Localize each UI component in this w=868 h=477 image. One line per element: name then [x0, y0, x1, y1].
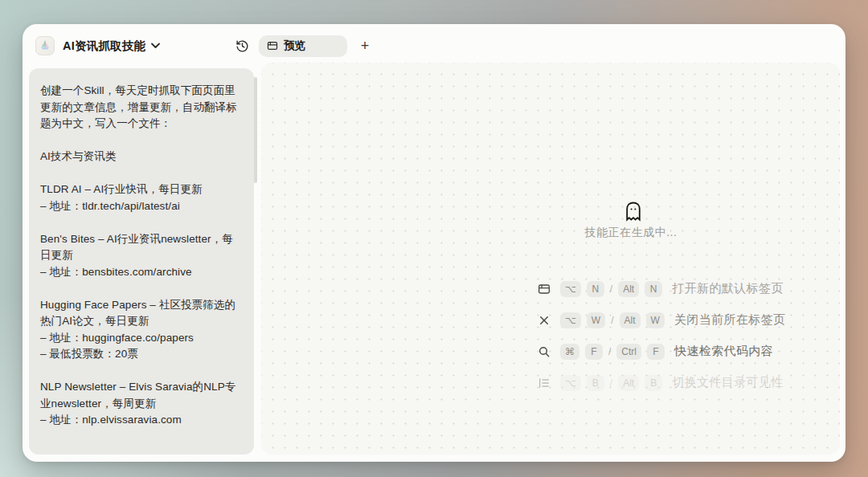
shortcut-label: 关闭当前所在标签页: [674, 312, 786, 328]
keycap: W: [646, 312, 665, 328]
history-button[interactable]: [232, 36, 252, 55]
panel-scrollbar-thumb[interactable]: [254, 77, 257, 183]
shortcut-row-close-tab: ⌥ W / Alt W 关闭当前所在标签页: [537, 304, 785, 336]
close-icon: [537, 315, 551, 326]
keycap: ⌥: [560, 312, 581, 328]
shortcut-label: 快速检索代码内容: [674, 344, 773, 359]
shortcut-row-search-code: ⌘ F / Ctrl F 快速检索代码内容: [537, 336, 785, 367]
keycap: F: [647, 344, 665, 360]
app-window-icon: [267, 40, 278, 51]
chevron-down-icon[interactable]: [151, 43, 160, 49]
keycap: Alt: [618, 281, 639, 297]
window-header: AI资讯抓取技能: [23, 24, 845, 67]
keycap: ⌘: [560, 344, 579, 360]
keycap: ⌥: [560, 281, 581, 297]
prompt-paragraph: Hugging Face Papers – 社区投票筛选的热门AI论文，每日更新…: [40, 297, 243, 363]
shortcut-row-new-tab: ⌥ N / Alt N 打开新的默认标签页: [537, 273, 785, 304]
app-window-icon: [537, 283, 551, 296]
key-separator: /: [610, 283, 612, 295]
keycap: Alt: [620, 312, 641, 328]
prompt-paragraph: TLDR AI – AI行业快讯，每日更新 – 地址：tldr.tech/api…: [40, 181, 243, 214]
keycap: W: [587, 312, 605, 328]
generating-status: 技能正在生成中...: [585, 226, 678, 240]
new-tab-button[interactable]: +: [354, 35, 375, 56]
tab-preview-label: 预览: [284, 39, 305, 53]
history-icon: [235, 39, 249, 53]
paper-boat-icon: [39, 39, 51, 52]
prompt-paragraph: Ben's Bites – AI行业资讯newsletter，每日更新 – 地址…: [40, 231, 243, 281]
keycap: N: [587, 281, 604, 297]
keycap: Ctrl: [616, 344, 641, 360]
keycap: B: [645, 375, 662, 391]
shortcut-hints: ⌥ N / Alt N 打开新的默认标签页 ⌥ W / Alt W 关闭当前所在…: [537, 273, 785, 398]
shortcut-row-toggle-file-tree: ⌥ B / Alt B 切换文件目录可见性: [537, 367, 785, 398]
shortcut-label: 打开新的默认标签页: [672, 281, 784, 296]
preview-canvas: 技能正在生成中... ⌥ N / Alt N 打开新的默认标签页: [261, 63, 840, 455]
keycap: Alt: [618, 375, 639, 391]
key-separator: /: [611, 315, 613, 326]
prompt-paragraph: AI技术与资讯类: [40, 149, 243, 165]
ghost-icon: [624, 201, 642, 222]
keycap: B: [587, 375, 604, 391]
prompt-paragraph: 创建一个Skill，每天定时抓取下面页面里更新的文章信息，增量更新，自动翻译标题…: [40, 83, 243, 132]
keycap: ⌥: [560, 375, 581, 391]
keycap: N: [645, 281, 662, 297]
prompt-paragraph: NLP Newsletter – Elvis Saravia的NLP专业news…: [40, 379, 243, 429]
search-icon: [537, 345, 551, 358]
key-separator: /: [610, 377, 612, 389]
shortcut-label: 切换文件目录可见性: [672, 375, 784, 390]
prompt-panel[interactable]: 创建一个Skill，每天定时抓取下面页面里更新的文章信息，增量更新，自动翻译标题…: [29, 68, 254, 455]
skill-app-icon[interactable]: [35, 36, 55, 55]
keycap: F: [585, 344, 603, 360]
app-window: AI资讯抓取技能 预览 + 创建一个Skill，每天定时抓取下面页面里更新的文章: [23, 24, 845, 462]
tab-strip: 预览 +: [232, 24, 375, 67]
skill-title[interactable]: AI资讯抓取技能: [63, 39, 145, 54]
panel-left-icon: [537, 377, 551, 389]
key-separator: /: [608, 346, 611, 357]
tab-preview[interactable]: 预览: [259, 35, 347, 57]
